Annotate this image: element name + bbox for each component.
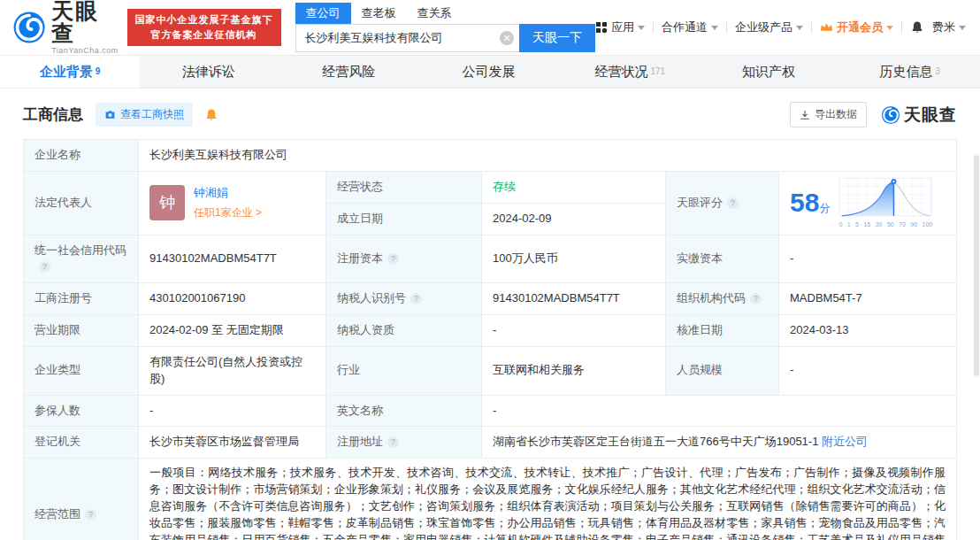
legal-rep-cell: 钟 钟湘娟 任职1家企业 > — [139, 171, 326, 235]
help-icon[interactable]: ? — [750, 293, 762, 305]
tab-company-development[interactable]: 公司发展 — [420, 56, 560, 88]
tianyancha-logo[interactable]: 天眼查 TianYanCha.com — [12, 0, 120, 55]
legal-rep-label: 法定代表人 — [24, 171, 139, 235]
tab-operating-status[interactable]: 经营状况171 — [560, 56, 700, 88]
legal-rep-avatar[interactable]: 钟 — [149, 185, 185, 220]
approve-date-label: 核准日期 — [666, 315, 779, 347]
apps-grid-icon — [595, 21, 608, 34]
tianyancha-watermark: 天眼查 — [881, 104, 957, 127]
insured-count-label: 参保人数 — [24, 395, 139, 427]
divider — [726, 21, 727, 34]
company-tab-bar: 企业背景9 法律诉讼 经营风险 公司发展 经营状况171 知识产权 历史信息3 — [0, 55, 980, 89]
legal-rep-name-link[interactable]: 钟湘娟 — [194, 186, 228, 199]
search-tab-relation[interactable]: 查关系 — [407, 3, 463, 24]
help-icon[interactable]: ? — [410, 293, 422, 305]
insured-count-value: - — [139, 395, 326, 427]
alert-bell-icon[interactable] — [204, 108, 218, 122]
english-name-value: - — [482, 395, 957, 427]
taxpayer-id-label: 纳税人识别号? — [326, 283, 482, 315]
reg-authority-value: 长沙市芙蓉区市场监督管理局 — [139, 427, 326, 459]
legal-rep-companies-link[interactable]: 任职1家企业 > — [194, 205, 262, 220]
chevron-down-icon — [638, 26, 645, 30]
search-input[interactable] — [295, 24, 519, 52]
reg-capital-label: 注册资本? — [326, 235, 482, 283]
chevron-down-icon — [959, 26, 966, 30]
paid-capital-value: - — [779, 235, 957, 283]
search-tabs: 查公司 查老板 查关系 — [295, 4, 595, 24]
score-value: 58 — [790, 188, 819, 217]
nav-partner-channel[interactable]: 合作通道 — [662, 19, 718, 35]
business-scope-value: 一般项目：网络技术服务；技术服务、技术开发、技术咨询、技术交流、技术转让、技术推… — [139, 459, 957, 540]
org-code-label: 组织机构代码? — [666, 283, 779, 315]
nav-open-vip[interactable]: 开通会员 — [820, 19, 893, 35]
nav-enterprise-products[interactable]: 企业级产品 — [735, 19, 803, 35]
org-code-value: MADBM54T-7 — [779, 283, 957, 315]
nav-apps[interactable]: 应用 — [595, 19, 645, 35]
table-row: 参保人数 - 英文名称 - — [24, 395, 957, 427]
tianyancha-logo-icon — [12, 10, 46, 45]
reg-authority-label: 登记机关 — [24, 427, 139, 459]
table-row: 经营范围? 一般项目：网络技术服务；技术服务、技术开发、技术咨询、技术交流、技术… — [24, 459, 957, 540]
taxpayer-quality-label: 纳税人资质 — [326, 315, 482, 347]
export-data-button[interactable]: 导出数据 — [790, 102, 867, 127]
status-label: 经营状态 — [326, 171, 482, 203]
credit-code-label: 统一社会信用代码? — [24, 235, 139, 283]
help-icon[interactable]: ? — [39, 261, 50, 273]
snapshot-button[interactable]: 查看工商快照 — [96, 103, 193, 127]
score-chart-ticks: 0151530507090100 — [838, 220, 932, 229]
tab-company-background[interactable]: 企业背景9 — [0, 56, 140, 88]
business-info-table: 企业名称 长沙利美互娱科技有限公司 法定代表人 钟 钟湘娟 任职1家企业 > 经… — [23, 139, 957, 540]
tab-history-info[interactable]: 历史信息3 — [840, 56, 980, 88]
nav-user[interactable]: 费米 — [932, 19, 966, 35]
tab-business-risk[interactable]: 经营风险 — [280, 56, 420, 88]
chevron-down-icon — [711, 26, 718, 30]
establish-date-value: 2024-02-09 — [482, 203, 666, 235]
score-cell[interactable]: 58分 — [779, 171, 957, 235]
tianyancha-watermark-icon — [881, 105, 900, 125]
scrollbar-thumb[interactable] — [974, 155, 979, 376]
establish-date-label: 成立日期 — [326, 203, 482, 235]
tab-intellectual-property[interactable]: 知识产权 — [700, 56, 839, 88]
top-nav: 应用 合作通道 企业级产品 开通会员 — [595, 19, 966, 35]
divider — [653, 21, 654, 34]
camera-icon — [104, 109, 116, 120]
nearby-companies-link[interactable]: 附近公司 — [822, 435, 868, 448]
score-label-cell: 天眼评分? — [666, 171, 779, 235]
divider — [811, 21, 812, 34]
credit-code-value: 91430102MADBM54T7T — [139, 235, 326, 283]
search-area: 查公司 查老板 查关系 ✕ 天眼一下 — [295, 4, 595, 52]
table-row: 工商注册号 430102001067190 纳税人识别号? 91430102MA… — [24, 283, 957, 315]
divider — [901, 21, 902, 34]
chevron-down-icon — [886, 26, 893, 30]
search-tab-company[interactable]: 查公司 — [295, 3, 351, 24]
certification-badge: 国家中小企业发展子基金旗下 官方备案企业征信机构 — [127, 9, 281, 46]
search-button[interactable]: 天眼一下 — [519, 24, 595, 52]
table-row: 法定代表人 钟 钟湘娟 任职1家企业 > 经营状态 存续 天眼评分? — [24, 171, 957, 203]
company-name-value: 长沙利美互娱科技有限公司 — [139, 140, 957, 172]
help-icon[interactable]: ? — [387, 253, 399, 265]
tab-legal-proceedings[interactable]: 法律诉讼 — [140, 56, 279, 88]
score-distribution-chart: 0151530507090100 — [838, 177, 932, 229]
approve-date-value: 2024-03-13 — [779, 315, 957, 347]
clear-icon[interactable]: ✕ — [500, 31, 514, 45]
table-row: 营业期限 2024-02-09 至 无固定期限 纳税人资质 - 核准日期 202… — [24, 315, 957, 347]
reg-address-label: 注册地址? — [326, 427, 482, 459]
industry-value: 互联网和相关服务 — [482, 346, 666, 395]
help-icon[interactable]: ? — [387, 436, 399, 448]
help-icon[interactable]: ? — [727, 197, 739, 209]
notification-bell-icon[interactable] — [910, 20, 924, 35]
staff-size-value: - — [779, 346, 957, 395]
business-scope-label: 经营范围? — [24, 459, 139, 540]
business-term-value: 2024-02-09 至 无固定期限 — [139, 315, 326, 347]
reg-number-value: 430102001067190 — [139, 283, 326, 315]
reg-number-label: 工商注册号 — [24, 283, 139, 315]
paid-capital-label: 实缴资本 — [666, 235, 779, 283]
crown-icon — [820, 22, 833, 33]
company-type-label: 企业类型 — [24, 346, 139, 395]
business-term-label: 营业期限 — [24, 315, 139, 347]
search-tab-boss[interactable]: 查老板 — [351, 3, 407, 24]
status-value: 存续 — [482, 171, 666, 203]
help-icon[interactable]: ? — [85, 509, 96, 521]
reg-address-value: 湖南省长沙市芙蓉区定王台街道五一大道766号中天广场19051-1 附近公司 — [482, 427, 957, 459]
business-info-section: 工商信息 查看工商快照 导出数据 — [0, 89, 980, 540]
